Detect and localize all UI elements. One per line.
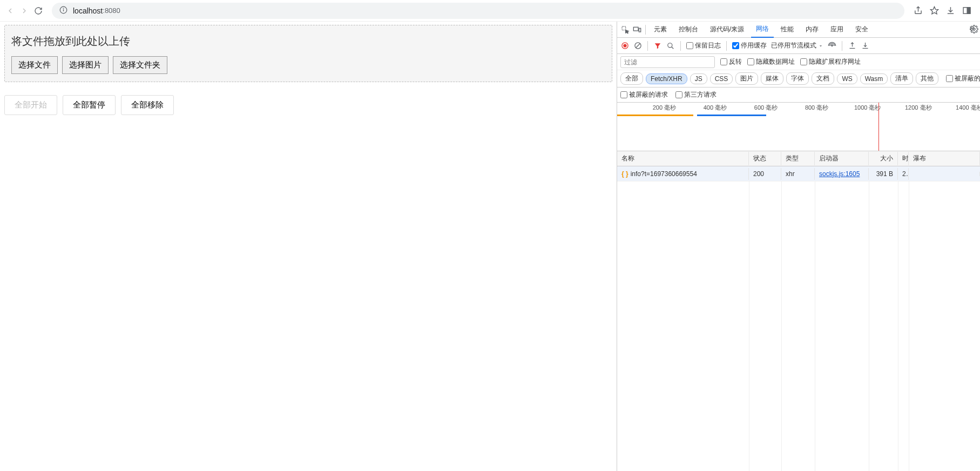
- network-conditions-icon[interactable]: [828, 42, 836, 50]
- back-icon[interactable]: [5, 6, 15, 16]
- pause-all-button[interactable]: 全部暂停: [63, 95, 116, 115]
- tl-400ms: 400 毫秒: [704, 104, 727, 112]
- invert-checkbox[interactable]: 反转: [720, 57, 742, 66]
- th-type[interactable]: 类型: [781, 152, 815, 165]
- svg-line-17: [672, 46, 674, 49]
- th-name[interactable]: 名称: [617, 152, 749, 165]
- device-toggle-icon[interactable]: [632, 25, 642, 35]
- network-table-header: 名称 状态 类型 启动器 大小 时 瀑布: [617, 151, 980, 166]
- type-manifest[interactable]: 清单: [890, 72, 913, 85]
- tl-bar-blue: [697, 115, 766, 116]
- td-name: { }info?t=1697360669554: [617, 168, 749, 180]
- tl-1200ms: 1200 毫秒: [905, 104, 932, 112]
- start-all-button[interactable]: 全部开始: [4, 95, 57, 115]
- preserve-log-checkbox[interactable]: 保留日志: [686, 41, 721, 50]
- svg-point-2: [63, 8, 64, 9]
- forward-icon[interactable]: [19, 6, 29, 16]
- url-bar[interactable]: localhost:8080: [52, 3, 904, 19]
- inspect-icon[interactable]: [620, 25, 630, 35]
- url-port: :8080: [103, 6, 120, 15]
- tab-performance[interactable]: 性能: [776, 22, 799, 38]
- timeline-overview[interactable]: 200 毫秒 400 毫秒 600 毫秒 800 毫秒 1000 毫秒 1200…: [617, 103, 980, 151]
- th-time[interactable]: 时: [898, 152, 909, 165]
- browser-nav-bar: localhost:8080: [0, 0, 980, 22]
- tl-bar-orange: [617, 115, 693, 116]
- xhr-icon: { }: [621, 170, 628, 178]
- hide-ext-urls-checkbox[interactable]: 隐藏扩展程序网址: [800, 57, 861, 66]
- export-har-icon[interactable]: [861, 42, 869, 50]
- record-icon[interactable]: [620, 42, 629, 50]
- tl-800ms: 800 毫秒: [805, 104, 828, 112]
- hide-data-urls-checkbox[interactable]: 隐藏数据网址: [747, 57, 795, 66]
- type-media[interactable]: 媒体: [761, 72, 783, 85]
- tl-marker: [878, 103, 879, 151]
- reload-icon[interactable]: [33, 6, 43, 16]
- type-js[interactable]: JS: [690, 73, 707, 84]
- td-size: 391 B: [869, 168, 898, 180]
- blocked-requests-checkbox[interactable]: 被屏蔽的请求: [620, 90, 668, 99]
- td-time: 2.: [898, 168, 909, 180]
- th-waterfall[interactable]: 瀑布: [909, 152, 980, 165]
- type-wasm[interactable]: Wasm: [860, 73, 888, 84]
- download-icon[interactable]: [945, 6, 955, 16]
- third-party-checkbox[interactable]: 第三方请求: [675, 90, 717, 99]
- td-type: xhr: [781, 168, 815, 180]
- filter-input[interactable]: [620, 56, 715, 68]
- svg-point-13: [623, 44, 626, 47]
- th-status[interactable]: 状态: [749, 152, 781, 165]
- svg-rect-8: [622, 26, 626, 30]
- table-row[interactable]: { }info?t=1697360669554 200 xhr sockjs.j…: [617, 166, 980, 181]
- select-image-button[interactable]: 选择图片: [62, 56, 109, 74]
- tab-security[interactable]: 安全: [850, 22, 873, 38]
- clear-icon[interactable]: [633, 42, 642, 50]
- svg-point-16: [668, 43, 672, 47]
- tab-memory[interactable]: 内存: [801, 22, 823, 38]
- throttling-dropdown[interactable]: 已停用节流模式: [771, 41, 823, 50]
- search-icon[interactable]: [666, 42, 675, 50]
- svg-point-11: [973, 28, 975, 30]
- type-other[interactable]: 其他: [916, 72, 938, 85]
- initiator-link[interactable]: sockjs.js:1605: [819, 170, 860, 178]
- tl-1400ms: 1400 毫秒: [956, 104, 980, 112]
- settings-gear-icon[interactable]: [969, 24, 979, 34]
- td-initiator: sockjs.js:1605: [815, 168, 869, 180]
- tab-application[interactable]: 应用: [826, 22, 848, 38]
- blocked-cookies-checkbox[interactable]: 被屏蔽的响应 Cookie: [946, 74, 980, 83]
- type-fetch-xhr[interactable]: Fetch/XHR: [646, 73, 687, 84]
- svg-line-15: [636, 44, 640, 48]
- type-all[interactable]: 全部: [620, 72, 643, 85]
- star-icon[interactable]: [929, 6, 939, 16]
- type-img[interactable]: 图片: [735, 72, 758, 85]
- table-background: [617, 181, 980, 471]
- import-har-icon[interactable]: [848, 42, 856, 50]
- devtools-panel: 元素 控制台 源代码/来源 网络 性能 内存 应用 安全: [617, 22, 980, 471]
- svg-marker-4: [930, 6, 938, 14]
- th-initiator[interactable]: 启动器: [815, 152, 869, 165]
- filter-funnel-icon[interactable]: [653, 42, 662, 50]
- network-toolbar: 保留日志 停用缓存 已停用节流模式: [617, 38, 980, 54]
- type-ws[interactable]: WS: [837, 73, 857, 84]
- site-info-icon[interactable]: [59, 6, 67, 16]
- drop-zone-title: 将文件拖放到此处以上传: [11, 34, 605, 49]
- td-waterfall: [909, 172, 980, 176]
- svg-point-18: [832, 45, 832, 46]
- tab-elements[interactable]: 元素: [649, 22, 672, 38]
- type-font[interactable]: 字体: [786, 72, 809, 85]
- remove-all-button[interactable]: 全部移除: [121, 95, 174, 115]
- tl-1000ms: 1000 毫秒: [854, 104, 881, 112]
- tab-sources[interactable]: 源代码/来源: [705, 22, 749, 38]
- share-icon[interactable]: [913, 6, 923, 16]
- select-folder-button[interactable]: 选择文件夹: [113, 56, 167, 74]
- tab-network[interactable]: 网络: [751, 22, 774, 38]
- page-content: 将文件拖放到此处以上传 选择文件 选择图片 选择文件夹 全部开始 全部暂停 全部…: [0, 22, 617, 471]
- tab-console[interactable]: 控制台: [674, 22, 703, 38]
- type-filter-row: 全部 Fetch/XHR JS CSS 图片 媒体 字体 文档 WS Wasm …: [617, 70, 980, 88]
- panel-toggle-icon[interactable]: [962, 6, 971, 16]
- disable-cache-checkbox[interactable]: 停用缓存: [732, 41, 767, 50]
- type-doc[interactable]: 文档: [812, 72, 834, 85]
- upload-drop-zone[interactable]: 将文件拖放到此处以上传 选择文件 选择图片 选择文件夹: [4, 25, 612, 82]
- th-size[interactable]: 大小: [869, 152, 898, 165]
- type-css[interactable]: CSS: [710, 73, 733, 84]
- tl-600ms: 600 毫秒: [754, 104, 778, 112]
- select-file-button[interactable]: 选择文件: [11, 56, 58, 74]
